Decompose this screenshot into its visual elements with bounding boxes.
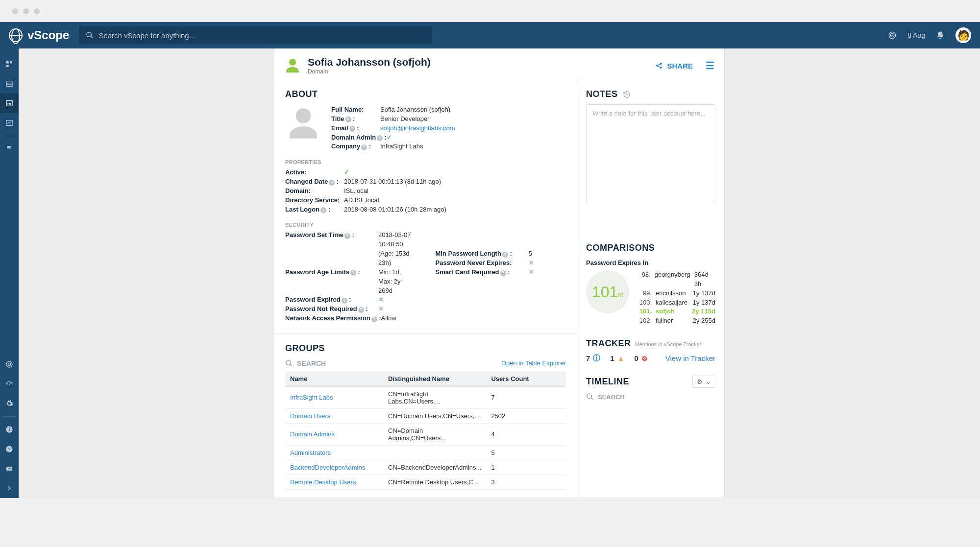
table-row: InfraSight LabsCN=InfraSight Labs,CN=Use… xyxy=(285,386,566,408)
notes-heading: NOTES xyxy=(586,89,618,99)
svg-line-18 xyxy=(9,383,11,385)
info-icon: ⓘ xyxy=(593,354,600,363)
svg-text:i: i xyxy=(9,427,10,432)
help-icon[interactable]: ? xyxy=(377,135,383,141)
sidebar: i ? xyxy=(0,48,19,498)
svg-line-33 xyxy=(591,398,593,400)
page-card: Sofia Johansson (sofjoh) Domain SHARE ☰ … xyxy=(274,48,725,498)
group-link[interactable]: Administrators xyxy=(290,449,331,456)
global-search[interactable] xyxy=(79,26,432,44)
table-row: BackendDeveloperAdminsCN=BackendDevelope… xyxy=(285,460,566,475)
table-row: Domain AdminsCN=Domain Admins,CN=Users..… xyxy=(285,423,566,445)
rank-row[interactable]: 99.ericnilsson1y 137d xyxy=(638,289,715,298)
profile-avatar xyxy=(285,105,321,142)
svg-point-32 xyxy=(587,394,591,398)
notes-input[interactable] xyxy=(586,104,715,202)
help-icon[interactable]: ? xyxy=(350,270,356,276)
rank-row[interactable]: 102.fullner2y 255d xyxy=(638,316,715,326)
svg-line-1 xyxy=(91,36,93,38)
x-icon: ✕ xyxy=(378,305,384,314)
help-icon[interactable]: ? xyxy=(329,180,335,186)
logo[interactable]: vScope xyxy=(9,28,69,42)
sidebar-gauge[interactable] xyxy=(0,374,19,394)
sidebar-video[interactable] xyxy=(0,459,19,478)
group-link[interactable]: Remote Desktop Users xyxy=(290,478,356,486)
search-input[interactable] xyxy=(98,31,425,40)
chevron-down-icon: ⌄ xyxy=(706,378,711,385)
table-row: Administrators5 xyxy=(285,445,566,460)
view-tracker-link[interactable]: View in Tracker xyxy=(665,354,715,362)
hamburger-menu-icon[interactable]: ☰ xyxy=(706,60,714,71)
table-row: Remote Desktop UsersCN=Remote Desktop Us… xyxy=(285,475,566,489)
help-icon[interactable]: ? xyxy=(361,144,367,150)
help-icon[interactable]: ? xyxy=(371,316,377,322)
tracker-heading: TRACKER xyxy=(586,338,631,349)
svg-point-14 xyxy=(10,104,11,104)
help-icon[interactable]: ? xyxy=(502,252,508,258)
help-icon[interactable]: ? xyxy=(349,126,355,132)
help-icon[interactable]: ? xyxy=(342,298,347,304)
page-title: Sofia Johansson (sofjoh) xyxy=(308,56,431,68)
gear-icon: ⚙ xyxy=(697,378,703,385)
sidebar-current[interactable] xyxy=(0,94,19,113)
target-icon[interactable] xyxy=(888,31,897,40)
svg-line-31 xyxy=(290,364,292,366)
svg-point-16 xyxy=(6,361,12,367)
sidebar-dashboard[interactable] xyxy=(0,54,19,74)
check-icon: ✓ xyxy=(344,168,349,177)
open-table-explorer-link[interactable]: Open in Table Explorer xyxy=(501,359,566,367)
help-icon[interactable]: ? xyxy=(344,233,350,239)
sidebar-tables[interactable] xyxy=(0,74,19,94)
rank-row[interactable]: 98.georgnyberg364d 3h xyxy=(638,270,715,289)
user-avatar[interactable]: 🧑 xyxy=(956,27,971,43)
rank-row[interactable]: 101.sofjoh2y 115d xyxy=(638,307,715,316)
page-subtitle: Domain xyxy=(308,68,431,75)
search-icon xyxy=(285,359,293,367)
traffic-light-min[interactable] xyxy=(23,8,29,14)
timeline-heading: TIMELINE xyxy=(586,377,629,387)
sidebar-settings[interactable] xyxy=(0,394,19,413)
browser-chrome xyxy=(0,0,980,22)
sidebar-help[interactable]: ? xyxy=(0,439,19,459)
group-link[interactable]: Domain Admins xyxy=(290,430,335,438)
help-icon[interactable]: ? xyxy=(345,117,351,122)
share-icon xyxy=(655,62,663,70)
sidebar-expand[interactable] xyxy=(0,478,19,498)
help-icon[interactable]: ? xyxy=(320,207,326,213)
x-icon: ✕ xyxy=(529,268,534,277)
properties-heading: PROPERTIES xyxy=(285,159,566,165)
sidebar-reports[interactable] xyxy=(0,113,19,133)
group-link[interactable]: BackendDeveloperAdmins xyxy=(290,464,365,471)
help-icon[interactable]: ? xyxy=(358,307,364,313)
sidebar-info[interactable]: i xyxy=(0,420,19,439)
bell-icon[interactable] xyxy=(936,31,945,40)
app-name: vScope xyxy=(27,28,69,42)
groups-search[interactable]: SEARCH xyxy=(297,359,326,367)
help-icon[interactable]: ? xyxy=(500,270,506,276)
svg-point-0 xyxy=(87,32,91,37)
timeline-settings-button[interactable]: ⚙ ⌄ xyxy=(692,376,715,388)
sidebar-target[interactable] xyxy=(0,355,19,374)
comparison-metric: Password Expires In xyxy=(586,259,715,266)
about-heading: ABOUT xyxy=(285,89,566,99)
history-icon[interactable] xyxy=(623,91,631,98)
share-button[interactable]: SHARE xyxy=(655,62,693,70)
rank-row[interactable]: 100.kallesaljare1y 137d xyxy=(638,298,715,308)
check-icon: ✓ xyxy=(387,133,392,143)
traffic-light-max[interactable] xyxy=(34,8,40,14)
x-icon: ✕ xyxy=(378,295,384,305)
timeline-search[interactable]: SEARCH xyxy=(598,393,625,401)
user-icon xyxy=(284,57,301,74)
svg-point-17 xyxy=(8,363,10,365)
globe-icon xyxy=(9,28,23,42)
email-link[interactable]: sofjoh@infrasightlabs.com xyxy=(380,124,455,132)
traffic-light-close[interactable] xyxy=(12,8,18,14)
sidebar-flag[interactable] xyxy=(0,139,19,159)
group-link[interactable]: InfraSight Labs xyxy=(290,394,333,401)
svg-rect-5 xyxy=(6,61,9,64)
groups-table: Name Distinguished Name Users Count Infr… xyxy=(285,371,566,490)
search-icon xyxy=(586,393,594,401)
svg-rect-6 xyxy=(10,61,12,64)
svg-point-25 xyxy=(656,65,658,67)
group-link[interactable]: Domain Users xyxy=(290,412,330,420)
